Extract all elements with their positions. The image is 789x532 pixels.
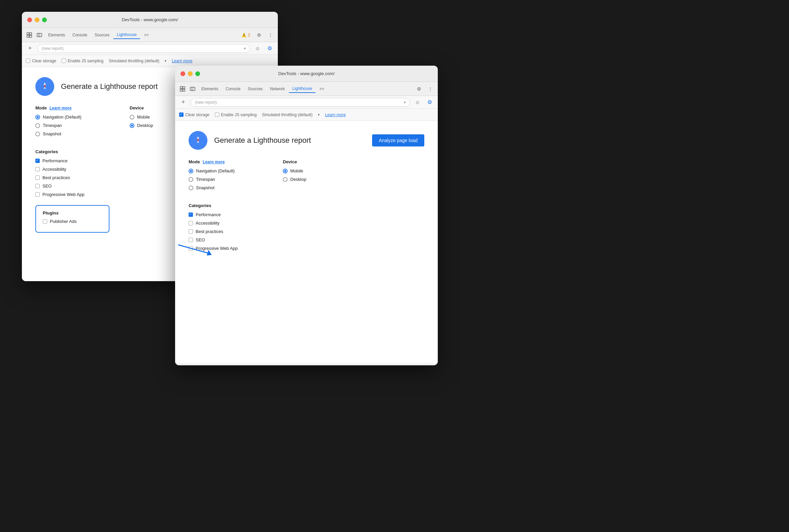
clear-storage-label-2[interactable]: Clear storage xyxy=(179,112,209,117)
cb-bestpractices-1[interactable] xyxy=(35,175,40,180)
radio-snapshot-1[interactable] xyxy=(35,132,40,136)
enable-js-label-1[interactable]: Enable JS sampling xyxy=(62,59,104,63)
mode-title-1: Mode Learn more xyxy=(35,106,103,111)
minimize-button-2[interactable] xyxy=(188,71,193,76)
plugins-title-1: Plugins xyxy=(43,210,102,215)
cb-pwa-2[interactable] xyxy=(189,246,193,250)
cat-pwa-2[interactable]: Progressive Web App xyxy=(189,246,424,251)
minimize-button-1[interactable] xyxy=(35,18,39,22)
mode-timespan-1[interactable]: Timespan xyxy=(35,123,103,128)
cb-performance-2[interactable] xyxy=(189,212,193,217)
device-icon[interactable] xyxy=(35,30,44,40)
radio-desktop-2[interactable] xyxy=(283,177,287,182)
mode-navigation-2[interactable]: Navigation (Default) xyxy=(189,168,256,173)
learn-more-link-2[interactable]: Learn more xyxy=(325,112,345,117)
tab-more-1[interactable]: >> xyxy=(141,31,152,39)
radio-desktop-1[interactable] xyxy=(130,123,134,128)
radio-snapshot-2[interactable] xyxy=(189,186,193,190)
mode-snapshot-1[interactable]: Snapshot xyxy=(35,131,103,136)
cb-publisherads-1[interactable] xyxy=(43,219,47,224)
cursor-icon-2[interactable] xyxy=(178,84,187,94)
radio-mobile-1[interactable] xyxy=(130,115,134,119)
enable-js-cb-1[interactable] xyxy=(62,59,66,63)
new-report-input-2[interactable]: (new report) ▾ xyxy=(191,98,410,107)
clear-storage-label-1[interactable]: Clear storage xyxy=(26,59,56,63)
tab-more-2[interactable]: >> xyxy=(316,85,328,93)
cb-performance-1[interactable] xyxy=(35,158,40,163)
cat-seo-2[interactable]: SEO xyxy=(189,238,424,243)
cb-seo-1[interactable] xyxy=(35,184,40,188)
plugin-publisherads-1[interactable]: Publisher Ads xyxy=(43,219,102,224)
cat-accessibility-2[interactable]: Accessibility xyxy=(189,221,424,226)
mode-snapshot-2[interactable]: Snapshot xyxy=(189,185,256,190)
tab-elements-2[interactable]: Elements xyxy=(198,85,222,93)
settings-gear-icon-1[interactable]: ⚙ xyxy=(265,44,275,53)
add-report-icon[interactable]: + xyxy=(25,44,35,53)
more-icon-2[interactable]: ⋮ xyxy=(426,84,435,94)
radio-mobile-2[interactable] xyxy=(283,169,287,173)
tab-network-2[interactable]: Network xyxy=(267,85,288,93)
tab-sources-1[interactable]: Sources xyxy=(91,31,113,39)
maximize-button-1[interactable] xyxy=(42,18,47,22)
device-mobile-label-2: Mobile xyxy=(290,168,303,173)
tab-console-1[interactable]: Console xyxy=(69,31,91,39)
new-report-input-1[interactable]: (new report) ▾ xyxy=(37,44,250,53)
learn-more-link-1[interactable]: Learn more xyxy=(172,59,192,63)
tab-elements-1[interactable]: Elements xyxy=(45,31,68,39)
cat-pwa-label-2: Progressive Web App xyxy=(196,246,238,251)
settings-gear-icon-2[interactable]: ⚙ xyxy=(425,98,434,107)
tab-sources-2[interactable]: Sources xyxy=(244,85,266,93)
cb-accessibility-1[interactable] xyxy=(35,167,40,171)
clear-storage-cb-2[interactable] xyxy=(179,112,184,117)
device-desktop-label-1: Desktop xyxy=(137,123,153,128)
tab-console-2[interactable]: Console xyxy=(222,85,244,93)
maximize-button-2[interactable] xyxy=(195,71,200,76)
enable-js-label-2[interactable]: Enable JS sampling xyxy=(215,112,257,117)
settings-icon-2[interactable]: ⚙ xyxy=(414,84,424,94)
radio-timespan-2[interactable] xyxy=(189,177,193,182)
warning-badge-1[interactable]: ⚠️ 2 xyxy=(240,32,252,38)
device-desktop-2[interactable]: Desktop xyxy=(283,177,350,182)
svg-rect-5 xyxy=(38,33,40,37)
mode-nav-label-2: Navigation (Default) xyxy=(196,168,235,173)
device-mobile-2[interactable]: Mobile xyxy=(283,168,350,173)
settings-icon-1[interactable]: ⚙ xyxy=(254,30,264,40)
radio-navigation-2[interactable] xyxy=(189,169,193,173)
cat-performance-2[interactable]: Performance xyxy=(189,212,424,217)
throttling-text-1: Simulated throttling (default) xyxy=(109,59,159,63)
cat-performance-label-2: Performance xyxy=(196,212,221,217)
window-title-1: DevTools - www.google.com/ xyxy=(122,17,178,22)
new-report-placeholder-2: (new report) xyxy=(195,100,217,105)
cb-seo-2[interactable] xyxy=(189,238,193,242)
device-icon-2[interactable] xyxy=(188,84,197,94)
cancel-report-icon[interactable]: ⊘ xyxy=(253,44,262,53)
mode-timespan-label-2: Timespan xyxy=(196,177,215,182)
radio-timespan-1[interactable] xyxy=(35,123,40,128)
cancel-report-icon-2[interactable]: ⊘ xyxy=(413,98,422,107)
mode-timespan-2[interactable]: Timespan xyxy=(189,177,256,182)
cb-accessibility-2[interactable] xyxy=(189,221,193,225)
tab-lighthouse-2[interactable]: Lighthouse xyxy=(289,85,316,93)
enable-js-cb-2[interactable] xyxy=(215,112,219,117)
clear-storage-text-1: Clear storage xyxy=(32,59,56,63)
devtools-content-2: Generate a Lighthouse report Analyze pag… xyxy=(175,121,438,363)
mode-snapshot-label-2: Snapshot xyxy=(196,185,214,190)
mode-learn-more-2[interactable]: Learn more xyxy=(203,159,225,164)
analyze-btn-2[interactable]: Analyze page load xyxy=(372,134,424,147)
lh-logo-2 xyxy=(189,131,207,150)
add-report-icon-2[interactable]: + xyxy=(179,98,188,107)
cb-bestpractices-2[interactable] xyxy=(189,229,193,234)
mode-navigation-1[interactable]: Navigation (Default) xyxy=(35,114,103,119)
tab-lighthouse-1[interactable]: Lighthouse xyxy=(113,31,140,39)
mode-learn-more-1[interactable]: Learn more xyxy=(50,106,71,111)
close-button-1[interactable] xyxy=(27,18,32,22)
radio-navigation-1[interactable] xyxy=(35,115,40,119)
cb-pwa-1[interactable] xyxy=(35,192,40,197)
more-icon-1[interactable]: ⋮ xyxy=(266,30,275,40)
close-button-2[interactable] xyxy=(181,71,185,76)
cat-bestpractices-2[interactable]: Best practices xyxy=(189,229,424,234)
mode-section-2: Mode Learn more Navigation (Default) Tim… xyxy=(189,159,256,194)
cursor-icon[interactable] xyxy=(24,30,34,40)
clear-storage-cb-1[interactable] xyxy=(26,59,30,63)
toolbar-tabs-1: Elements Console Sources Lighthouse >> ⚠… xyxy=(22,28,278,42)
